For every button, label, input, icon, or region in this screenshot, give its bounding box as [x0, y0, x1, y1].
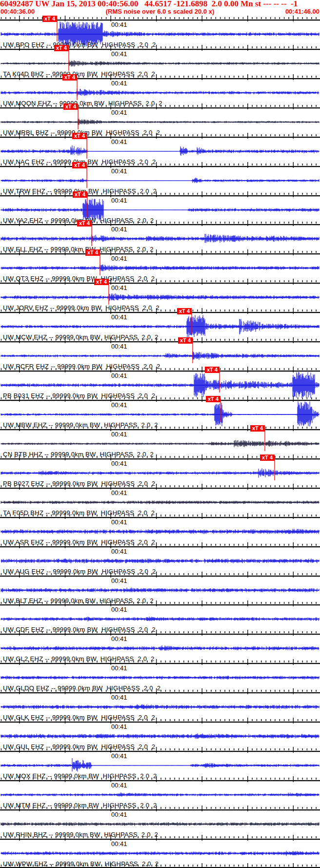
- seismogram-waveform[interactable]: [1, 60, 319, 66]
- station-channel-label: UW BLT EHZ -- 99999.0km BW HIGHPASS 2.0 …: [3, 597, 154, 604]
- minute-tick-label: 00:41: [111, 80, 127, 87]
- seismogram-waveform[interactable]: [1, 822, 319, 826]
- seismogram-waveform[interactable]: [1, 177, 319, 183]
- minute-tick-label: 00:41: [111, 197, 127, 204]
- station-channel-label: TA K04D BHZ -- 99999.0km BW HIGHPASS 2.0…: [3, 70, 155, 78]
- minute-tick-label: 00:41: [111, 284, 127, 291]
- minute-tick-label: 00:41: [111, 50, 127, 58]
- seismogram-waveform[interactable]: [1, 500, 319, 504]
- trace-row-cdf: 00:41 UW CDF EHZ -- 99999.0km BW HIGHPAS…: [0, 604, 320, 634]
- station-channel-label: UW GLK EHZ -- 99999.0km BW HIGHPASS 2.0 …: [3, 714, 155, 721]
- station-channel-label: UW GL2 EHZ -- 99999.0km BW HIGHPASS 2.0 …: [3, 655, 155, 662]
- scale-pick-flag[interactable]: xT 4: [72, 133, 87, 139]
- minute-tick-label: 00:41: [111, 723, 127, 730]
- trace-row-gldo: 00:41 UW GLDO EHZ -- 99999.0km BW HIGHPA…: [0, 663, 320, 692]
- minute-tick-label: 00:41: [111, 226, 127, 233]
- seismogram-waveform[interactable]: [1, 851, 319, 856]
- trace-row-rhin: 00:41 UW RHIN BHZ -- 99999.0km BW HIGHPA…: [0, 809, 320, 839]
- station-channel-label: CN BTB HHZ -- 99999.0km BW HIGHPASS 2.0 …: [3, 451, 154, 458]
- trace-row-jorv: xT 4 00:41 UW JORV EHZ -- 99999.0km BW H…: [0, 283, 320, 312]
- seismogram-waveform[interactable]: [1, 351, 319, 360]
- minute-tick-label: 00:41: [111, 313, 127, 321]
- station-channel-label: UW QT3 EHZ -- 99999.0km BW HIGHPASS 2.0 …: [3, 275, 155, 282]
- trace-row-ell: xT 4 00:41 UW ELL EHZ -- 99999.0km BW HI…: [0, 224, 320, 253]
- trace-row-mox: 00:41 UW MOX EHZ -- 99999.0km BW HIGHPAS…: [0, 751, 320, 780]
- seismogram-waveform[interactable]: [1, 758, 319, 771]
- station-channel-label: UW GUL EHZ -- 99999.0km BW HIGHPASS 2.0 …: [3, 743, 155, 750]
- trace-row-b027: xT 4 00:41 PB B027 EHZ -- 99999.0km BW H…: [0, 458, 320, 488]
- seismic-waveform-viewer: 60492487 UW Jan 15, 2013 00:40:56.00 44.…: [0, 0, 320, 868]
- trace-row-gul: 00:41 UW GUL EHZ -- 99999.0km BW HIGHPAS…: [0, 722, 320, 751]
- seismogram-waveform[interactable]: [1, 733, 319, 739]
- trace-row-trw: xT 4 00:41 UW TRW EHZ -- 99999.0km BW HI…: [0, 166, 320, 195]
- trace-row-ya2: xT 4 00:41 UW YA2 EHZ -- 99999.0km BW HI…: [0, 195, 320, 225]
- trace-row-b031: xT 4 00:41 PB B031 EHZ -- 99999.0km BW H…: [0, 371, 320, 400]
- scale-pick-flag[interactable]: xT 4: [77, 220, 92, 227]
- trace-row-wpw: 00:41 UW WPW EHZ -- 99999.0km BW HIGHPAS…: [0, 839, 320, 868]
- seismogram-waveform[interactable]: [1, 792, 319, 796]
- minute-tick-label: 00:41: [111, 255, 127, 262]
- minute-tick-label: 00:41: [111, 109, 127, 116]
- seismogram-waveform[interactable]: [1, 234, 319, 244]
- scale-pick-flag[interactable]: xT 4: [250, 425, 265, 432]
- scale-pick-flag[interactable]: xT 4: [205, 367, 220, 373]
- trace-row-gl2: 00:41 UW GL2 EHZ -- 99999.0km BW HIGHPAS…: [0, 634, 320, 663]
- minute-tick-label: 00:41: [111, 460, 127, 467]
- seismogram-waveform[interactable]: [1, 529, 319, 534]
- seismogram-waveform[interactable]: [1, 617, 319, 621]
- seismogram-waveform[interactable]: [1, 265, 319, 271]
- scale-pick-flag[interactable]: xT 4: [54, 45, 69, 51]
- scale-pick-flag[interactable]: xT 4: [206, 396, 220, 402]
- seismogram-waveform[interactable]: [1, 558, 319, 563]
- minute-tick-label: 00:41: [111, 694, 127, 701]
- trace-row-btb: xT 4 00:41 CN BTB HHZ -- 99999.0km BW HI…: [0, 429, 320, 458]
- seismogram-waveform[interactable]: [1, 440, 319, 447]
- scale-pick-flag[interactable]: xT 4: [42, 16, 57, 22]
- trace-row-mcw: xT 4 00:41 UW MCW EHZ -- 99999.0km BW HI…: [0, 312, 320, 341]
- minute-tick-label: 00:41: [111, 372, 127, 379]
- scale-pick-flag[interactable]: xT 4: [63, 103, 78, 110]
- scale-pick-flag[interactable]: xT 4: [72, 162, 87, 168]
- minute-tick-label: 00:41: [111, 606, 127, 613]
- seismogram-waveform[interactable]: [1, 293, 319, 301]
- seismogram-waveform[interactable]: [1, 645, 319, 651]
- scale-pick-flag[interactable]: xT 4: [73, 191, 87, 198]
- trace-row-k04d: xT 4 00:41 TA K04D BHZ -- 99999.0km BW H…: [0, 49, 320, 78]
- minute-tick-label: 00:41: [111, 548, 127, 555]
- seismogram-waveform[interactable]: [1, 89, 319, 97]
- window-time-row: 00:40:36.00 (RMS noise over 6.0 s scaled…: [0, 8, 320, 15]
- station-channel-label: UW RHIN BHZ -- 99999.0km BW HIGHPASS 2.0…: [3, 831, 158, 838]
- scale-pick-flag[interactable]: xT 4: [62, 74, 77, 81]
- minute-tick-label: 00:41: [111, 401, 127, 409]
- scale-pick-flag[interactable]: xT 4: [94, 279, 109, 285]
- seismogram-waveform[interactable]: [1, 145, 319, 156]
- station-channel-label: UW CDF EHZ -- 99999.0km BW HIGHPASS 2.0 …: [3, 626, 156, 633]
- scale-pick-flag[interactable]: xT 4: [178, 337, 193, 344]
- minute-tick-label: 00:41: [111, 811, 127, 818]
- window-end-time: 00:41:46.00: [285, 8, 320, 15]
- minute-tick-label: 00:41: [111, 635, 127, 642]
- station-channel-label: PB B027 EHZ -- 99999.0km BW HIGHPASS 2.0…: [3, 480, 155, 487]
- station-channel-label: UW RCFR EHZ -- 99999.0km BW HIGHPASS 2.0…: [3, 363, 160, 370]
- station-channel-label: UW WPW EHZ -- 99999.0km BW HIGHPASS 2.0 …: [3, 860, 159, 868]
- scale-pick-flag[interactable]: xT 4: [85, 249, 100, 256]
- station-channel-label: PB B031 EHZ -- 99999.0km BW HIGHPASS 2.0…: [3, 392, 155, 399]
- scale-pick-flag[interactable]: xT 4: [177, 308, 192, 314]
- seismogram-waveform[interactable]: [1, 704, 319, 710]
- trace-row-asr: 00:41 UW ASR EHZ -- 99999.0km BW HIGHPAS…: [0, 517, 320, 546]
- trace-row-glk: 00:41 UW GLK EHZ -- 99999.0km BW HIGHPAS…: [0, 692, 320, 722]
- seismogram-waveform[interactable]: [1, 468, 319, 477]
- minute-tick-label: 00:41: [111, 577, 127, 584]
- trace-row-blt: 00:41 UW BLT EHZ -- 99999.0km BW HIGHPAS…: [0, 576, 320, 605]
- scale-pick-flag[interactable]: xT 4: [260, 455, 275, 461]
- minute-tick-label: 00:41: [111, 431, 127, 438]
- seismogram-waveform[interactable]: [1, 676, 319, 680]
- station-channel-label: TA F05D BHZ -- 99999.0km BW HIGHPASS 2.0…: [3, 509, 155, 517]
- seismogram-waveform[interactable]: [1, 587, 319, 592]
- station-channel-label: UW GLDO EHZ -- 99999.0km BW HIGHPASS 2.0…: [3, 684, 160, 692]
- rms-scale-note: (RMS noise over 6.0 s scaled 20.0 x): [0, 8, 320, 15]
- trace-row-mtm: 00:41 UW MTM EHZ -- 99999.0km BW HIGHPAS…: [0, 780, 320, 809]
- station-channel-label: UW MOX EHZ -- 99999.0km BW HIGHPASS 2.0 …: [3, 772, 157, 780]
- seismogram-waveform[interactable]: [1, 119, 319, 125]
- minute-tick-label: 00:41: [111, 518, 127, 526]
